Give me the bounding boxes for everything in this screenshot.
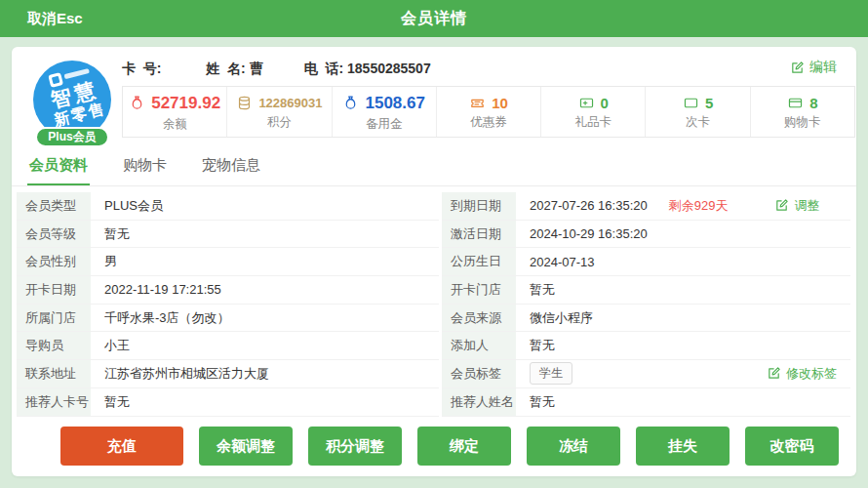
info-value: 暂无 <box>91 225 439 243</box>
bind-button[interactable]: 绑定 <box>417 427 511 466</box>
info-label: 添加人 <box>442 332 516 359</box>
member-stats-strip: 52719.92 余额 122869031 积分 1508.67 备用金 <box>122 86 855 138</box>
page-title: 会员详情 <box>0 9 868 29</box>
info-row: 联系地址 江苏省苏州市相城区活力大厦 <box>17 360 439 388</box>
money-pouch-icon <box>129 95 145 111</box>
info-value: 暂无 <box>91 393 439 411</box>
info-value: 江苏省苏州市相城区活力大厦 <box>91 365 439 383</box>
info-value-group: 学生 修改标签 <box>516 362 850 385</box>
info-label: 会员类型 <box>17 192 91 220</box>
tab-shopping-card[interactable]: 购物卡 <box>121 156 169 185</box>
stat-value: 8 <box>809 95 817 111</box>
freeze-button[interactable]: 冻结 <box>527 427 620 466</box>
edit-member-button[interactable]: 编辑 <box>790 59 837 76</box>
info-value: 小王 <box>91 337 439 354</box>
tab-pet-info[interactable]: 宠物信息 <box>200 156 262 185</box>
stat-label: 优惠券 <box>470 114 507 131</box>
card-icon <box>578 95 595 111</box>
info-value: 2024-07-13 <box>516 255 850 269</box>
stat-label: 余额 <box>163 116 187 133</box>
info-label: 联系地址 <box>17 360 91 387</box>
info-row: 开卡日期 2022-11-19 17:21:55 <box>17 276 439 305</box>
points-adjust-button[interactable]: 积分调整 <box>308 427 402 466</box>
info-row: 会员标签 学生 修改标签 <box>442 360 850 388</box>
info-row: 会员来源 微信小程序 <box>442 305 850 333</box>
info-column-right: 到期日期 2027-07-26 16:35:20 剩余929天 调整 激活日期 … <box>442 192 850 417</box>
stat-times-cards: 5 次卡 <box>645 87 749 137</box>
info-row: 激活日期 2024-10-29 16:35:20 <box>442 221 850 249</box>
info-label: 到期日期 <box>442 192 516 220</box>
info-value-group: 2027-07-26 16:35:20 剩余929天 调整 <box>516 197 850 215</box>
info-label: 开卡日期 <box>17 276 91 304</box>
info-row: 添加人 暂无 <box>442 332 850 360</box>
info-value: 微信小程序 <box>516 309 850 327</box>
modify-tags-label: 修改标签 <box>786 365 837 383</box>
modify-tags-button[interactable]: 修改标签 <box>767 365 837 383</box>
phone-label: 电 话: <box>304 61 343 76</box>
stat-value: 122869031 <box>258 96 322 110</box>
info-row: 所属门店 千呼水果-3店（勿改） <box>17 305 439 333</box>
info-value: 暂无 <box>516 393 850 411</box>
info-value: 2022-11-19 17:21:55 <box>91 282 439 297</box>
stat-label: 备用金 <box>366 116 403 133</box>
stat-label: 次卡 <box>686 114 710 131</box>
info-label: 推荐人姓名 <box>442 388 516 416</box>
member-detail-panel: 智慧 新零售 Plus会员 卡 号: 姓 名: 曹 电 话: 185502855… <box>12 47 856 476</box>
name-field: 姓 名: 曹 <box>206 61 262 78</box>
member-tag-student: 学生 <box>530 362 572 385</box>
stat-value: 0 <box>601 95 609 111</box>
balance-adjust-button[interactable]: 余额调整 <box>199 427 293 466</box>
stat-label: 积分 <box>267 114 292 131</box>
cancel-esc-button[interactable]: 取消Esc <box>27 10 83 28</box>
name-value: 曹 <box>250 61 263 76</box>
plus-member-badge: Plus会员 <box>35 127 109 147</box>
phone-value: 18550285507 <box>347 61 431 76</box>
info-value: 男 <box>91 253 439 270</box>
brand-logo: 智慧 新零售 Plus会员 <box>27 59 117 156</box>
info-value: 千呼水果-3店（勿改） <box>91 309 439 327</box>
info-row: 推荐人姓名 暂无 <box>442 388 850 417</box>
card-icon <box>787 95 804 111</box>
info-label: 所属门店 <box>17 305 91 332</box>
info-row: 开卡门店 暂无 <box>442 276 850 305</box>
stat-value: 1508.67 <box>365 94 424 113</box>
edit-icon <box>774 198 789 213</box>
change-password-button[interactable]: 改密码 <box>745 427 839 466</box>
adjust-expiry-button[interactable]: 调整 <box>774 197 819 215</box>
action-buttons-row: 充值 余额调整 积分调整 绑定 冻结 挂失 改密码 <box>60 427 856 466</box>
info-label: 推荐人卡号 <box>17 388 91 416</box>
info-row: 公历生日 2024-07-13 <box>442 248 850 276</box>
coins-icon <box>236 95 253 111</box>
info-label: 会员来源 <box>442 305 516 332</box>
info-value: 暂无 <box>516 281 850 299</box>
name-label: 姓 名: <box>206 61 245 76</box>
stat-label: 购物卡 <box>784 114 821 131</box>
stat-coupons: 10 优惠券 <box>436 87 540 137</box>
phone-field: 电 话: 18550285507 <box>304 61 431 78</box>
stat-shopping-cards: 8 购物卡 <box>750 87 854 137</box>
edit-icon <box>790 61 805 75</box>
info-row: 导购员 小王 <box>17 332 439 360</box>
info-label: 激活日期 <box>442 221 516 248</box>
money-pouch-icon <box>342 95 359 111</box>
info-row: 推荐人卡号 暂无 <box>17 388 439 417</box>
report-loss-button[interactable]: 挂失 <box>636 427 730 466</box>
stat-balance: 52719.92 余额 <box>123 87 226 137</box>
info-label: 会员等级 <box>17 221 91 248</box>
info-row: 会员性别 男 <box>17 248 439 276</box>
stat-value: 52719.92 <box>151 94 220 113</box>
stat-label: 礼品卡 <box>575 114 612 131</box>
card-number-label: 卡 号: <box>122 61 161 76</box>
ticket-icon <box>469 95 486 111</box>
info-value: 暂无 <box>516 337 850 354</box>
stat-reserve-fund: 1508.67 备用金 <box>332 87 436 137</box>
stat-gift-cards: 0 礼品卡 <box>540 87 645 137</box>
top-bar: 取消Esc 会员详情 <box>0 0 868 37</box>
info-label: 会员标签 <box>442 360 516 387</box>
tab-member-profile[interactable]: 会员资料 <box>27 156 90 185</box>
member-summary-line: 卡 号: 姓 名: 曹 电 话: 18550285507 <box>122 59 472 80</box>
info-label: 会员性别 <box>17 248 91 275</box>
adjust-button-label: 调整 <box>794 197 819 215</box>
recharge-button[interactable]: 充值 <box>60 427 183 466</box>
info-label: 公历生日 <box>442 248 516 275</box>
